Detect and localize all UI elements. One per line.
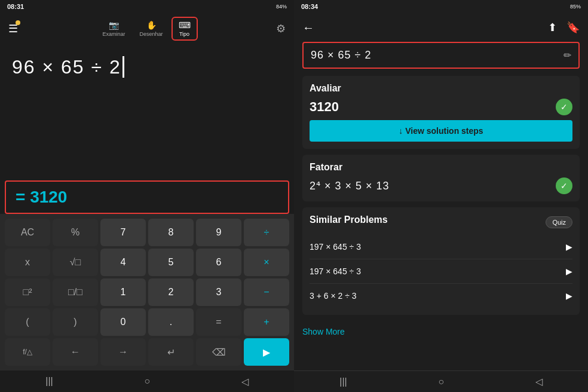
fatorar-check: ✓ xyxy=(556,177,572,194)
status-bar-right: 08:34 85% xyxy=(294,0,588,13)
nav-home-gesture[interactable]: ○ xyxy=(144,376,150,387)
right-time: 08:34 xyxy=(301,3,318,10)
right-nav-back[interactable]: ||| xyxy=(339,376,347,387)
right-content: 96 × 65 ÷ 2 ✏ Avaliar 3120 ✓ ↓ View solu… xyxy=(294,42,588,370)
right-battery: 85% xyxy=(570,4,581,10)
tab-examinar[interactable]: 📷 Examinar xyxy=(96,18,131,39)
settings-icon[interactable]: ⚙ xyxy=(276,22,286,35)
btn-left-arrow[interactable]: ← xyxy=(53,338,98,366)
similar-title: Similar Problems xyxy=(310,215,388,225)
bookmark-icon[interactable]: 🔖 xyxy=(566,21,580,34)
nav-back-gesture[interactable]: ||| xyxy=(45,376,53,387)
tab-group: 📷 Examinar ✋ Desenhar ⌨ Tipo xyxy=(96,17,197,41)
arrow-right-1: ▶ xyxy=(566,267,572,276)
quiz-badge[interactable]: Quiz xyxy=(546,216,572,228)
btn-5[interactable]: 5 xyxy=(148,249,194,276)
avaliar-value-row: 3120 ✓ xyxy=(310,99,572,115)
btn-8[interactable]: 8 xyxy=(148,219,194,246)
btn-minus[interactable]: − xyxy=(244,278,289,306)
left-status-icons: 84% xyxy=(276,4,287,10)
calc-row-5: f/△ ← → ↵ ⌫ ▶ xyxy=(5,338,289,366)
avaliar-check: ✓ xyxy=(556,99,572,115)
right-nav-recent[interactable]: ◁ xyxy=(535,376,543,387)
btn-4[interactable]: 4 xyxy=(100,249,146,276)
equation-area: 96 × 65 ÷ 2 xyxy=(0,44,294,180)
btn-lparen[interactable]: ( xyxy=(5,308,50,336)
similar-item-1[interactable]: 197 × 645 ÷ 3 ▶ xyxy=(310,259,572,284)
btn-fraction[interactable]: □/□ xyxy=(53,278,98,306)
notification-dot xyxy=(16,20,20,25)
btn-2[interactable]: 2 xyxy=(148,278,194,306)
similar-item-2[interactable]: 3 + 6 × 2 ÷ 3 ▶ xyxy=(310,284,572,308)
similar-item-0[interactable]: 197 × 645 ÷ 3 ▶ xyxy=(310,235,572,259)
keyboard-icon: ⌨ xyxy=(179,20,191,30)
result-bar: = 3120 xyxy=(5,180,289,214)
btn-sqrt[interactable]: √□ xyxy=(53,249,98,276)
nav-recent-gesture[interactable]: ◁ xyxy=(241,376,249,387)
btn-dot[interactable]: . xyxy=(148,308,194,336)
btn-3[interactable]: 3 xyxy=(196,278,241,306)
arrow-right-0: ▶ xyxy=(566,242,572,252)
calc-row-4: ( ) 0 . = + xyxy=(5,308,289,336)
fatorar-value: 2⁴ × 3 × 5 × 13 xyxy=(310,179,390,192)
share-icon[interactable]: ⬆ xyxy=(548,21,557,34)
tab-tipo[interactable]: ⌨ Tipo xyxy=(172,17,198,41)
show-more-button[interactable]: Show More xyxy=(302,321,345,342)
calculator-grid: AC % 7 8 9 ÷ x √□ 4 5 6 × □² □/□ 1 2 3 −… xyxy=(0,214,294,370)
btn-percent[interactable]: % xyxy=(53,219,98,246)
avaliar-value: 3120 xyxy=(310,99,339,115)
equation-display: 96 × 65 ÷ 2 xyxy=(12,56,121,78)
edit-icon[interactable]: ✏ xyxy=(564,50,571,61)
tab-examinar-label: Examinar xyxy=(102,31,125,37)
tab-tipo-label: Tipo xyxy=(179,31,189,37)
result-display: = 3120 xyxy=(16,188,67,206)
calc-row-2: x √□ 4 5 6 × xyxy=(5,249,289,276)
btn-func[interactable]: f/△ xyxy=(5,338,50,366)
fatorar-title: Fatorar xyxy=(310,162,572,173)
btn-x[interactable]: x xyxy=(5,249,50,276)
btn-6[interactable]: 6 xyxy=(196,249,241,276)
right-nav-home[interactable]: ○ xyxy=(438,376,444,387)
cursor xyxy=(122,56,124,78)
calc-row-1: AC % 7 8 9 ÷ xyxy=(5,219,289,246)
left-panel: 08:31 84% ☰ 📷 Examinar ✋ Desenhar ⌨ Tipo… xyxy=(0,0,294,392)
btn-multiply[interactable]: × xyxy=(244,249,289,276)
btn-go[interactable]: ▶ xyxy=(244,338,289,366)
view-steps-button[interactable]: ↓ View solution steps xyxy=(310,120,572,142)
section-fatorar: Fatorar 2⁴ × 3 × 5 × 13 ✓ xyxy=(302,155,580,201)
btn-right-arrow[interactable]: → xyxy=(100,338,146,366)
btn-rparen[interactable]: ) xyxy=(53,308,98,336)
calc-row-3: □² □/□ 1 2 3 − xyxy=(5,278,289,306)
similar-header: Similar Problems Quiz xyxy=(310,215,572,230)
btn-9[interactable]: 9 xyxy=(196,219,241,246)
btn-equals[interactable]: = xyxy=(196,308,241,336)
right-toolbar-icons: ⬆ 🔖 xyxy=(548,21,580,34)
btn-0[interactable]: 0 xyxy=(100,308,146,336)
nav-bar-left: ||| ○ ◁ xyxy=(0,370,294,392)
btn-enter[interactable]: ↵ xyxy=(148,338,194,366)
left-battery: 84% xyxy=(276,4,287,10)
status-bar-left: 08:31 84% xyxy=(0,0,294,13)
btn-square[interactable]: □² xyxy=(5,278,50,306)
btn-ac[interactable]: AC xyxy=(5,219,50,246)
similar-text-0: 197 × 645 ÷ 3 xyxy=(310,242,361,252)
btn-divide[interactable]: ÷ xyxy=(244,219,289,246)
btn-1[interactable]: 1 xyxy=(100,278,146,306)
right-toolbar: ← ⬆ 🔖 xyxy=(294,13,588,42)
right-panel: 08:34 85% ← ⬆ 🔖 96 × 65 ÷ 2 ✏ Avaliar 31… xyxy=(294,0,588,392)
section-avaliar: Avaliar 3120 ✓ ↓ View solution steps xyxy=(302,76,580,149)
similar-text-2: 3 + 6 × 2 ÷ 3 xyxy=(310,291,357,301)
menu-button[interactable]: ☰ xyxy=(8,22,18,35)
avaliar-title: Avaliar xyxy=(310,83,572,94)
tab-desenhar[interactable]: ✋ Desenhar xyxy=(133,18,169,39)
tab-desenhar-label: Desenhar xyxy=(139,31,163,37)
btn-7[interactable]: 7 xyxy=(100,219,146,246)
btn-plus[interactable]: + xyxy=(244,308,289,336)
back-button[interactable]: ← xyxy=(302,21,314,35)
section-similar-problems: Similar Problems Quiz 197 × 645 ÷ 3 ▶ 19… xyxy=(302,207,580,315)
top-toolbar: ☰ 📷 Examinar ✋ Desenhar ⌨ Tipo ⚙ xyxy=(0,13,294,44)
arrow-right-2: ▶ xyxy=(566,291,572,301)
camera-icon: 📷 xyxy=(109,20,119,30)
btn-backspace[interactable]: ⌫ xyxy=(196,338,241,366)
similar-text-1: 197 × 645 ÷ 3 xyxy=(310,267,361,276)
